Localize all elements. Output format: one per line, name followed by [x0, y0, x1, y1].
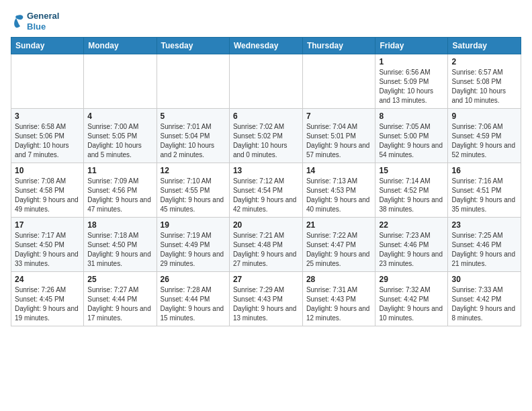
calendar-cell: 1Sunrise: 6:56 AM Sunset: 5:09 PM Daylig… — [375, 54, 448, 109]
day-info: Sunrise: 6:58 AM Sunset: 5:06 PM Dayligh… — [15, 122, 80, 160]
logo-bird-icon — [11, 14, 24, 29]
day-info: Sunrise: 7:27 AM Sunset: 4:44 PM Dayligh… — [87, 285, 152, 323]
calendar-cell: 17Sunrise: 7:17 AM Sunset: 4:50 PM Dayli… — [11, 218, 84, 272]
day-info: Sunrise: 7:25 AM Sunset: 4:46 PM Dayligh… — [451, 231, 517, 269]
calendar-cell: 30Sunrise: 7:33 AM Sunset: 4:42 PM Dayli… — [448, 272, 521, 326]
day-number: 9 — [451, 111, 517, 121]
calendar-cell: 29Sunrise: 7:32 AM Sunset: 4:42 PM Dayli… — [375, 272, 448, 326]
calendar-cell: 5Sunrise: 7:01 AM Sunset: 5:04 PM Daylig… — [157, 109, 229, 163]
day-number: 7 — [306, 111, 372, 121]
calendar-cell: 20Sunrise: 7:21 AM Sunset: 4:48 PM Dayli… — [229, 218, 302, 272]
day-number: 12 — [161, 166, 226, 175]
day-info: Sunrise: 7:04 AM Sunset: 5:01 PM Dayligh… — [306, 122, 372, 160]
day-info: Sunrise: 7:05 AM Sunset: 5:00 PM Dayligh… — [379, 122, 444, 160]
day-number: 15 — [379, 166, 444, 175]
day-number: 13 — [233, 166, 299, 175]
day-info: Sunrise: 7:09 AM Sunset: 4:56 PM Dayligh… — [87, 177, 152, 214]
day-number: 16 — [451, 166, 517, 175]
calendar-cell: 2Sunrise: 6:57 AM Sunset: 5:08 PM Daylig… — [448, 54, 521, 109]
day-number: 11 — [87, 166, 152, 175]
day-number: 24 — [15, 275, 80, 284]
day-number: 3 — [15, 111, 80, 121]
calendar-cell: 28Sunrise: 7:31 AM Sunset: 4:43 PM Dayli… — [302, 272, 375, 326]
calendar-cell: 24Sunrise: 7:26 AM Sunset: 4:45 PM Dayli… — [11, 272, 84, 326]
day-info: Sunrise: 7:23 AM Sunset: 4:46 PM Dayligh… — [379, 231, 444, 269]
day-number: 19 — [161, 220, 226, 230]
day-number: 14 — [306, 166, 372, 175]
weekday-header: Saturday — [448, 38, 521, 54]
calendar-week-row: 17Sunrise: 7:17 AM Sunset: 4:50 PM Dayli… — [11, 218, 521, 272]
day-info: Sunrise: 7:06 AM Sunset: 4:59 PM Dayligh… — [451, 122, 517, 160]
day-info: Sunrise: 7:13 AM Sunset: 4:53 PM Dayligh… — [306, 177, 372, 214]
weekday-header: Tuesday — [157, 38, 229, 54]
calendar-cell: 11Sunrise: 7:09 AM Sunset: 4:56 PM Dayli… — [84, 163, 157, 218]
day-number: 27 — [233, 275, 299, 284]
calendar-cell: 3Sunrise: 6:58 AM Sunset: 5:06 PM Daylig… — [11, 109, 84, 163]
calendar-cell — [302, 54, 375, 109]
calendar-cell: 27Sunrise: 7:29 AM Sunset: 4:43 PM Dayli… — [229, 272, 302, 326]
calendar-cell: 22Sunrise: 7:23 AM Sunset: 4:46 PM Dayli… — [375, 218, 448, 272]
day-number: 29 — [379, 275, 444, 284]
day-number: 18 — [87, 220, 152, 230]
calendar-cell: 10Sunrise: 7:08 AM Sunset: 4:58 PM Dayli… — [11, 163, 84, 218]
day-number: 20 — [233, 220, 299, 230]
day-number: 2 — [451, 57, 517, 66]
day-number: 30 — [451, 275, 517, 284]
calendar-cell: 19Sunrise: 7:19 AM Sunset: 4:49 PM Dayli… — [157, 218, 229, 272]
calendar-cell — [84, 54, 157, 109]
calendar-cell: 15Sunrise: 7:14 AM Sunset: 4:52 PM Dayli… — [375, 163, 448, 218]
calendar-cell: 14Sunrise: 7:13 AM Sunset: 4:53 PM Dayli… — [302, 163, 375, 218]
weekday-header: Thursday — [302, 38, 375, 54]
calendar-cell: 4Sunrise: 7:00 AM Sunset: 5:05 PM Daylig… — [84, 109, 157, 163]
day-info: Sunrise: 7:22 AM Sunset: 4:47 PM Dayligh… — [306, 231, 372, 269]
day-number: 23 — [451, 220, 517, 230]
calendar-cell: 25Sunrise: 7:27 AM Sunset: 4:44 PM Dayli… — [84, 272, 157, 326]
day-info: Sunrise: 7:08 AM Sunset: 4:58 PM Dayligh… — [15, 177, 80, 214]
calendar-cell — [157, 54, 229, 109]
calendar-week-row: 10Sunrise: 7:08 AM Sunset: 4:58 PM Dayli… — [11, 163, 521, 218]
calendar-week-row: 3Sunrise: 6:58 AM Sunset: 5:06 PM Daylig… — [11, 109, 521, 163]
day-info: Sunrise: 7:16 AM Sunset: 4:51 PM Dayligh… — [451, 177, 517, 214]
calendar-cell: 21Sunrise: 7:22 AM Sunset: 4:47 PM Dayli… — [302, 218, 375, 272]
logo: General Blue — [11, 11, 59, 32]
day-info: Sunrise: 7:18 AM Sunset: 4:50 PM Dayligh… — [87, 231, 152, 269]
calendar-body: 1Sunrise: 6:56 AM Sunset: 5:09 PM Daylig… — [11, 54, 521, 326]
day-number: 28 — [306, 275, 372, 284]
calendar-cell: 16Sunrise: 7:16 AM Sunset: 4:51 PM Dayli… — [448, 163, 521, 218]
logo-line2: Blue — [27, 21, 59, 32]
calendar-week-row: 1Sunrise: 6:56 AM Sunset: 5:09 PM Daylig… — [11, 54, 521, 109]
weekday-header: Monday — [84, 38, 157, 54]
calendar-cell: 12Sunrise: 7:10 AM Sunset: 4:55 PM Dayli… — [157, 163, 229, 218]
weekday-header: Sunday — [11, 38, 84, 54]
day-info: Sunrise: 7:01 AM Sunset: 5:04 PM Dayligh… — [161, 122, 226, 160]
calendar-cell: 23Sunrise: 7:25 AM Sunset: 4:46 PM Dayli… — [448, 218, 521, 272]
day-info: Sunrise: 7:00 AM Sunset: 5:05 PM Dayligh… — [87, 122, 152, 160]
day-info: Sunrise: 7:26 AM Sunset: 4:45 PM Dayligh… — [15, 285, 80, 323]
calendar-cell: 6Sunrise: 7:02 AM Sunset: 5:02 PM Daylig… — [229, 109, 302, 163]
day-info: Sunrise: 7:10 AM Sunset: 4:55 PM Dayligh… — [161, 177, 226, 214]
day-number: 5 — [161, 111, 226, 121]
calendar-cell — [229, 54, 302, 109]
day-number: 25 — [87, 275, 152, 284]
day-number: 17 — [15, 220, 80, 230]
calendar-header: SundayMondayTuesdayWednesdayThursdayFrid… — [11, 38, 521, 54]
calendar-cell: 7Sunrise: 7:04 AM Sunset: 5:01 PM Daylig… — [302, 109, 375, 163]
calendar-table: SundayMondayTuesdayWednesdayThursdayFrid… — [11, 37, 521, 326]
day-info: Sunrise: 7:14 AM Sunset: 4:52 PM Dayligh… — [379, 177, 444, 214]
weekday-header: Friday — [375, 38, 448, 54]
day-info: Sunrise: 7:31 AM Sunset: 4:43 PM Dayligh… — [306, 285, 372, 323]
day-number: 10 — [15, 166, 80, 175]
day-info: Sunrise: 7:28 AM Sunset: 4:44 PM Dayligh… — [161, 285, 226, 323]
day-number: 8 — [379, 111, 444, 121]
logo-line1: General — [27, 11, 59, 21]
day-info: Sunrise: 6:56 AM Sunset: 5:09 PM Dayligh… — [379, 68, 444, 105]
calendar-cell: 8Sunrise: 7:05 AM Sunset: 5:00 PM Daylig… — [375, 109, 448, 163]
day-number: 21 — [306, 220, 372, 230]
day-number: 22 — [379, 220, 444, 230]
weekday-header: Wednesday — [229, 38, 302, 54]
day-number: 1 — [379, 57, 444, 66]
day-info: Sunrise: 7:12 AM Sunset: 4:54 PM Dayligh… — [233, 177, 299, 214]
day-info: Sunrise: 7:29 AM Sunset: 4:43 PM Dayligh… — [233, 285, 299, 323]
calendar-cell: 9Sunrise: 7:06 AM Sunset: 4:59 PM Daylig… — [448, 109, 521, 163]
day-number: 6 — [233, 111, 299, 121]
